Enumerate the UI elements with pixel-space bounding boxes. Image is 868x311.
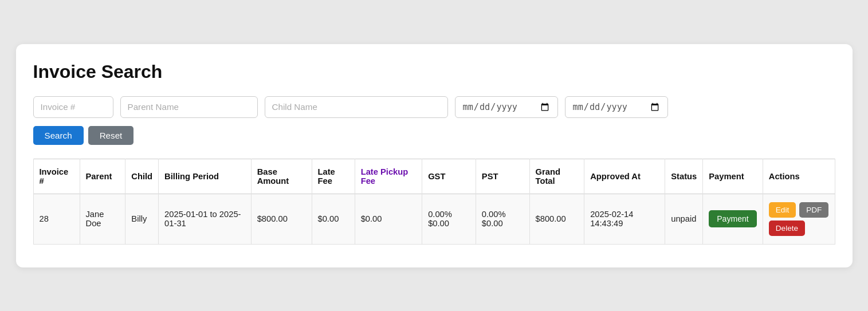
cell-status: unpaid — [665, 194, 703, 244]
col-child: Child — [125, 159, 159, 194]
col-base-amount: Base Amount — [251, 159, 312, 194]
col-late-fee: Late Fee — [312, 159, 355, 194]
parent-name-input[interactable] — [120, 96, 258, 118]
cell-approved-at: 2025-02-14 14:43:49 — [584, 194, 665, 244]
cell-late-pickup-fee: $0.00 — [355, 194, 422, 244]
invoice-search-card: Invoice Search Search Reset Invoice # Pa… — [16, 44, 853, 267]
pdf-button[interactable]: PDF — [799, 202, 828, 218]
invoice-number-input[interactable] — [33, 96, 113, 118]
cell-invoice-num: 28 — [33, 194, 80, 244]
cell-gst: 0.00% $0.00 — [422, 194, 476, 244]
col-gst: GST — [422, 159, 476, 194]
cell-child: Billy — [125, 194, 159, 244]
col-billing-period: Billing Period — [159, 159, 252, 194]
col-grand-total: Grand Total — [529, 159, 584, 194]
col-invoice-num: Invoice # — [33, 159, 80, 194]
cell-parent: Jane Doe — [80, 194, 125, 244]
payment-button[interactable]: Payment — [709, 210, 757, 227]
child-name-input[interactable] — [265, 96, 448, 118]
col-payment: Payment — [703, 159, 763, 194]
col-pst: PST — [476, 159, 529, 194]
search-bar — [33, 96, 835, 118]
col-actions: Actions — [763, 159, 835, 194]
cell-base-amount: $800.00 — [251, 194, 312, 244]
cell-billing-period: 2025-01-01 to 2025-01-31 — [159, 194, 252, 244]
delete-button[interactable]: Delete — [769, 221, 805, 236]
table-row: 28Jane DoeBilly2025-01-01 to 2025-01-31$… — [33, 194, 835, 244]
reset-button[interactable]: Reset — [88, 126, 134, 145]
col-approved-at: Approved At — [584, 159, 665, 194]
col-late-pickup-fee: Late Pickup Fee — [355, 159, 422, 194]
col-parent: Parent — [80, 159, 125, 194]
cell-actions: EditPDFDelete — [763, 194, 835, 244]
invoice-table: Invoice # Parent Child Billing Period Ba… — [33, 159, 835, 245]
cell-pst: 0.00% $0.00 — [476, 194, 529, 244]
search-button[interactable]: Search — [33, 126, 84, 145]
col-status: Status — [665, 159, 703, 194]
date-to-input[interactable] — [565, 96, 668, 118]
cell-payment: Payment — [703, 194, 763, 244]
edit-button[interactable]: Edit — [769, 202, 796, 218]
table-header-row: Invoice # Parent Child Billing Period Ba… — [33, 159, 835, 194]
cell-late-fee: $0.00 — [312, 194, 355, 244]
date-from-input[interactable] — [455, 96, 558, 118]
cell-grand-total: $800.00 — [529, 194, 584, 244]
search-button-row: Search Reset — [33, 126, 835, 145]
page-title: Invoice Search — [33, 61, 835, 82]
